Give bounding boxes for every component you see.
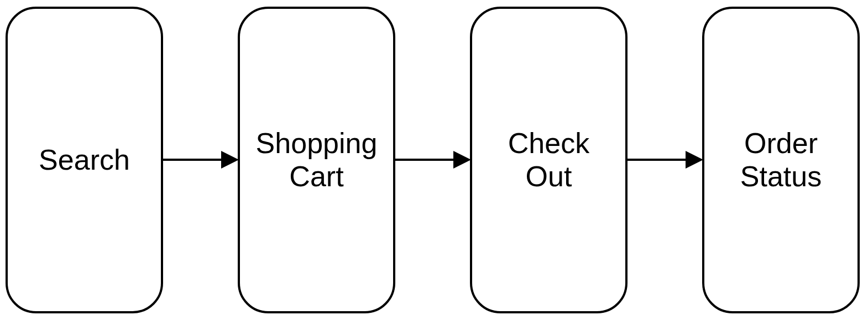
flow-node-label: CheckOut <box>508 127 589 193</box>
flow-node-label: OrderStatus <box>740 127 822 193</box>
flow-node-label: Search <box>39 144 130 177</box>
flow-node-order-status: OrderStatus <box>702 7 860 313</box>
flow-diagram: Search ShoppingCart CheckOut OrderStatus <box>0 0 868 320</box>
flow-node-label: ShoppingCart <box>256 127 378 193</box>
flow-node-search: Search <box>6 7 163 313</box>
flow-node-check-out: CheckOut <box>470 7 628 313</box>
flow-node-shopping-cart: ShoppingCart <box>238 7 395 313</box>
